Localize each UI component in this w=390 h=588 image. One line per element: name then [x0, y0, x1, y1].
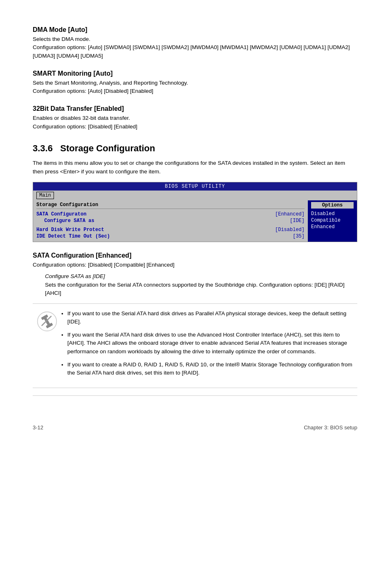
sata-config-options: Configuration options: [Disabled] [Compa… [33, 261, 357, 269]
tool-icon [37, 311, 57, 332]
bios-label-write-protect: Hard Disk Write Protect [36, 227, 275, 233]
smart-monitoring-section: SMART Monitoring [Auto] Sets the Smart M… [33, 70, 357, 96]
bios-label-ide-detect: IDE Detect Time Out (Sec) [36, 233, 293, 239]
bios-value-sata-config: [Enhanced] [275, 211, 305, 217]
dma-mode-section: DMA Mode [Auto] Selects the DMA mode. Co… [33, 26, 357, 60]
bios-row-ide-detect: IDE Detect Time Out (Sec) [35] [36, 233, 305, 239]
bios-main-area: Main Storage Configuration SATA Configur… [33, 191, 357, 242]
chapter-label: Chapter 3: BIOS setup [304, 424, 357, 431]
storage-config-main-section: 3.3.6 Storage Configuration The items in… [33, 143, 357, 242]
bios-menu-bar: Main [33, 191, 357, 200]
bios-value-configure-sata: [IDE] [290, 218, 305, 224]
note-box: If you want to use the Serial ATA hard d… [33, 303, 357, 388]
storage-config-title: 3.3.6 Storage Configuration [33, 143, 357, 154]
bios-options-list: Disabled Compatible Enhanced [311, 211, 354, 230]
bios-utility-box: BIOS SETUP UTILITY Main Storage Configur… [33, 182, 357, 242]
configure-sata-body: Sets the configuration for the Serial AT… [33, 281, 357, 298]
bios-right-panel: Options Disabled Compatible Enhanced [308, 200, 357, 242]
bios-content-area: Storage Configuration SATA Configuraton … [33, 200, 357, 242]
bios-options-header: Options [311, 202, 354, 209]
32bit-transfer-heading: 32Bit Data Transfer [Enabled] [33, 105, 357, 112]
bios-inner: Main Storage Configuration SATA Configur… [33, 191, 357, 242]
dma-mode-description: Selects the DMA mode. Configuration opti… [33, 35, 357, 60]
bios-section-header: Storage Configuration [36, 202, 305, 209]
note-icon-area [33, 310, 61, 382]
storage-config-intro: The items in this menu allow you to set … [33, 159, 357, 176]
bullet-item-3: If you want to create a RAID 0, RAID 1, … [61, 361, 357, 377]
footer-divider [33, 395, 357, 396]
bios-row-sata-config: SATA Configuraton [Enhanced] [36, 211, 305, 217]
bios-value-write-protect: [Disabled] [275, 227, 305, 233]
32bit-transfer-section: 32Bit Data Transfer [Enabled] Enables or… [33, 105, 357, 131]
bios-option-enhanced: Enhanced [311, 224, 354, 230]
bios-option-compatible: Compatible [311, 218, 354, 223]
bios-label-configure-sata: Configure SATA as [36, 218, 290, 224]
bios-menu-item-main[interactable]: Main [36, 192, 54, 199]
page-number: 3-12 [33, 424, 43, 431]
configure-sata-italic: Configure SATA as [IDE] [33, 273, 357, 279]
bullet-item-1: If you want to use the Serial ATA hard d… [61, 310, 357, 326]
32bit-transfer-description: Enables or disables 32-bit data transfer… [33, 114, 357, 131]
bios-title-bar: BIOS SETUP UTILITY [33, 182, 357, 191]
page-footer: 3-12 Chapter 3: BIOS setup [33, 420, 357, 431]
dma-mode-heading: DMA Mode [Auto] [33, 26, 357, 34]
note-content: If you want to use the Serial ATA hard d… [61, 310, 357, 382]
bios-row-configure-sata: Configure SATA as [IDE] [36, 218, 305, 224]
bios-label-sata-config: SATA Configuraton [36, 211, 275, 217]
sata-config-enhanced-section: SATA Configuration [Enhanced] Configurat… [33, 252, 357, 388]
bios-row-write-protect: Hard Disk Write Protect [Disabled] [36, 227, 305, 233]
bios-option-disabled: Disabled [311, 211, 354, 217]
smart-monitoring-description: Sets the Smart Monitoring, Analysis, and… [33, 79, 357, 96]
smart-monitoring-heading: SMART Monitoring [Auto] [33, 70, 357, 77]
bios-value-ide-detect: [35] [293, 233, 305, 239]
sata-config-heading: SATA Configuration [Enhanced] [33, 252, 357, 259]
bullet-item-2: If you want the Serial ATA hard disk dri… [61, 331, 357, 356]
bullet-list: If you want to use the Serial ATA hard d… [61, 310, 357, 377]
bios-left-panel: Storage Configuration SATA Configuraton … [33, 200, 308, 242]
